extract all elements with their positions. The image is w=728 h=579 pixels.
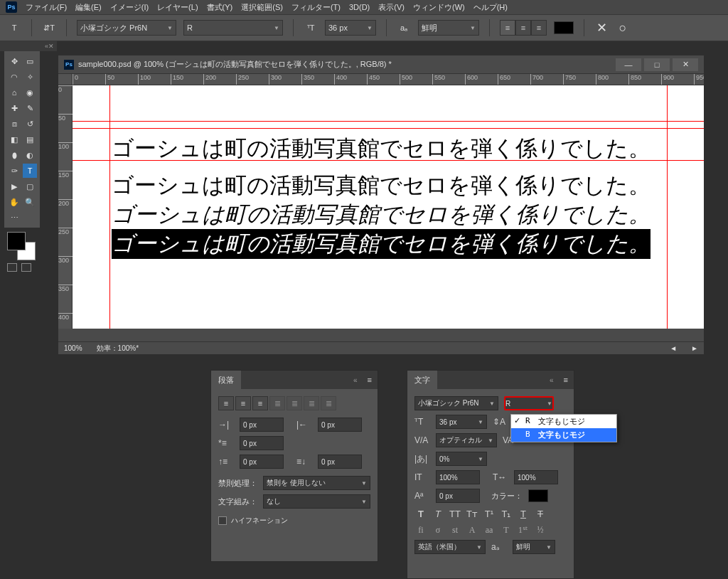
superscript-button[interactable]: T¹ <box>483 509 496 519</box>
menu-file[interactable]: ファイル(F) <box>26 2 67 13</box>
text-layer[interactable]: ゴーシュは町の活動写真館でセロを弾く係りでした。 <box>112 134 651 164</box>
paragraph-panel[interactable]: 段落 « ≡ ≡ ≡ ≡ ≣ ≣ ≣ ≣ →| 0 px |← 0 px *≡ … <box>210 370 378 562</box>
panel-collapse-icon[interactable]: « <box>349 376 362 384</box>
indent-right-input[interactable]: 0 px <box>318 418 362 432</box>
panel-menu-icon[interactable]: ≡ <box>558 376 574 384</box>
font-style-dropdown[interactable]: ✓ R 文字もじモジ B 文字もじモジ <box>510 414 617 442</box>
underline-button[interactable]: T <box>517 509 530 519</box>
align-right-button[interactable]: ≡ <box>531 20 547 36</box>
align-center-button[interactable]: ≡ <box>515 20 531 36</box>
eraser-tool-icon[interactable]: ◧ <box>7 132 21 147</box>
pen-tool-icon[interactable]: ✑ <box>7 164 21 178</box>
justify-all-icon[interactable]: ≣ <box>321 396 336 410</box>
text-color-swatch[interactable] <box>554 21 574 34</box>
move-tool-icon[interactable]: ✥ <box>7 54 21 68</box>
hand-tool-icon[interactable]: ✋ <box>7 195 21 209</box>
panel-collapse-icon[interactable]: « <box>545 376 558 384</box>
blur-tool-icon[interactable]: ⬮ <box>7 148 21 162</box>
shape-tool-icon[interactable]: ▢ <box>23 179 37 193</box>
canvas[interactable]: ゴーシュは町の活動写真館でセロを弾く係りでした。 ゴーシュは町の活動写真館でセロ… <box>73 85 704 329</box>
paragraph-tab[interactable]: 段落 <box>211 371 241 389</box>
language-select[interactable]: 英語（米国）▼ <box>414 540 486 554</box>
menu-edit[interactable]: 編集(E) <box>75 2 102 13</box>
text-layer[interactable]: ゴーシュは町の活動写真館でセロを弾く係りでした。 <box>112 200 651 230</box>
ligature-button[interactable]: fi <box>414 525 427 536</box>
space-after-input[interactable]: 0 px <box>318 455 362 469</box>
bold-button[interactable]: T <box>414 509 427 519</box>
swash-button[interactable]: σ <box>432 525 444 536</box>
align-right-icon[interactable]: ≡ <box>252 396 268 410</box>
justify-right-icon[interactable]: ≣ <box>304 396 319 410</box>
menu-help[interactable]: ヘルプ(H) <box>473 2 508 13</box>
text-layer-selected[interactable]: ゴーシュは町の活動写真館でセロを弾く係りでした。 <box>112 229 651 259</box>
allcaps-button[interactable]: TT <box>449 509 461 519</box>
font-style-option-b[interactable]: B 文字もじモジ <box>511 428 616 442</box>
space-before-input[interactable]: 0 px <box>240 455 284 469</box>
cancel-text-button[interactable]: ✕ <box>594 21 609 35</box>
mojikumi-select[interactable]: なし▼ <box>263 494 370 509</box>
hyphenation-checkbox[interactable]: ハイフネーション <box>218 516 370 526</box>
guide-line[interactable] <box>109 85 110 329</box>
ruler-horizontal[interactable]: 0501001502002503003504004505005506006507… <box>73 74 704 85</box>
font-style-select[interactable]: R▼ <box>183 20 283 36</box>
smallcaps-button[interactable]: Tᴛ <box>466 509 478 519</box>
menu-image[interactable]: イメージ(I) <box>110 2 149 13</box>
guide-line[interactable] <box>73 121 704 122</box>
scroll-left-icon[interactable]: ◄ <box>670 344 677 352</box>
guide-line[interactable] <box>667 85 668 329</box>
path-select-tool-icon[interactable]: ▶ <box>7 179 21 193</box>
align-left-button[interactable]: ≡ <box>500 20 515 36</box>
magic-wand-tool-icon[interactable]: ✧ <box>23 70 37 84</box>
screenmode-icon[interactable] <box>21 263 31 272</box>
text-layer[interactable]: ゴーシュは町の活動写真館でセロを弾く係りでした。 <box>112 171 651 201</box>
menu-view[interactable]: 表示(V) <box>378 2 405 13</box>
quickmask-icon[interactable] <box>7 263 17 272</box>
oldstyle-button[interactable]: 1ˢᵗ <box>517 525 530 536</box>
minimize-button[interactable]: — <box>616 58 641 71</box>
font-size-select[interactable]: 36 px▼ <box>325 20 376 36</box>
antialias-select[interactable]: 鮮明▼ <box>418 20 479 36</box>
menu-window[interactable]: ウィンドウ(W) <box>413 2 465 13</box>
type-tool-icon[interactable]: T <box>7 21 21 35</box>
tsume-input[interactable]: 0%▼ <box>436 452 487 466</box>
char-font-family-select[interactable]: 小塚ゴシック Pr6N▼ <box>414 396 498 410</box>
justify-center-icon[interactable]: ≣ <box>287 396 302 410</box>
stamp-tool-icon[interactable]: ⧈ <box>7 117 21 131</box>
italic-button[interactable]: T <box>432 509 444 519</box>
extra-tool-icon[interactable]: ⋯ <box>7 211 21 225</box>
foreground-color[interactable] <box>7 232 26 250</box>
dodge-tool-icon[interactable]: ◐ <box>23 148 37 162</box>
strike-button[interactable]: T <box>534 509 547 519</box>
type-tool-icon[interactable]: T <box>23 164 37 178</box>
menu-select[interactable]: 選択範囲(S) <box>241 2 283 13</box>
subscript-button[interactable]: T₁ <box>500 509 513 519</box>
maximize-button[interactable]: □ <box>644 58 670 71</box>
document-titlebar[interactable]: Ps sample000.psd @ 100% (ゴーシュは町の活動写真館でセロ… <box>58 55 704 74</box>
healing-tool-icon[interactable]: ✚ <box>7 101 21 115</box>
char-color-swatch[interactable] <box>528 489 548 502</box>
ruler-vertical[interactable]: 050100150200250300350400450 <box>58 85 73 329</box>
guide-line[interactable] <box>73 128 704 129</box>
commit-text-button[interactable]: ○ <box>616 21 630 35</box>
stylistic-button[interactable]: st <box>449 525 461 536</box>
titling-button[interactable]: A <box>466 525 478 536</box>
toolbox-collapse[interactable]: « ✕ <box>0 41 57 51</box>
color-wells[interactable] <box>7 232 36 260</box>
character-panel[interactable]: 文字 « ≡ 小塚ゴシック Pr6N▼ R▼ ᵀT 36 px▼ ⇕A V/A … <box>407 370 574 579</box>
character-tab[interactable]: 文字 <box>407 371 437 389</box>
text-orientation-icon[interactable]: ⇵T <box>42 21 56 35</box>
history-brush-tool-icon[interactable]: ↺ <box>23 117 37 131</box>
kerning-select[interactable]: オプティカル▼ <box>436 433 497 447</box>
font-style-option-r[interactable]: ✓ R 文字もじモジ <box>511 415 616 428</box>
close-button[interactable]: ✕ <box>673 58 698 71</box>
kinsoku-select[interactable]: 禁則を 使用しない▼ <box>263 476 370 490</box>
menu-type[interactable]: 書式(Y) <box>207 2 233 13</box>
align-left-icon[interactable]: ≡ <box>218 396 234 410</box>
gradient-tool-icon[interactable]: ▤ <box>23 132 37 147</box>
fractions-button[interactable]: T <box>500 525 513 536</box>
vscale-input[interactable]: 100% <box>436 470 480 484</box>
lasso-tool-icon[interactable]: ◠ <box>7 70 21 84</box>
font-family-select[interactable]: 小塚ゴシック Pr6N▼ <box>77 20 176 36</box>
char-aa-select[interactable]: 鮮明▼ <box>513 540 555 554</box>
scroll-right-icon[interactable]: ► <box>691 344 698 352</box>
